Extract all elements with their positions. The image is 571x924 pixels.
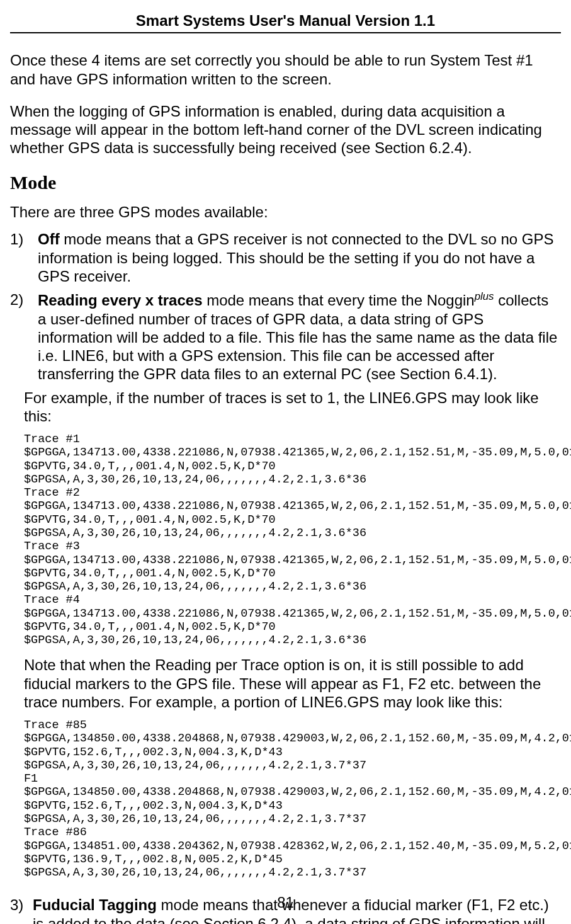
list-number: 2) bbox=[10, 290, 38, 383]
list-bold-term: Reading every x traces bbox=[38, 292, 202, 309]
list-bold-term: Off bbox=[38, 231, 60, 248]
paragraph: Once these 4 items are set correctly you… bbox=[10, 51, 561, 88]
list-body: Off mode means that a GPS receiver is no… bbox=[38, 230, 561, 285]
list-text: mode means that a GPS receiver is not co… bbox=[38, 231, 554, 285]
list-body: Reading every x traces mode means that e… bbox=[38, 290, 561, 383]
list-text: mode means that every time the Noggin bbox=[202, 292, 474, 309]
paragraph: Note that when the Reading per Trace opt… bbox=[24, 656, 561, 711]
paragraph: For example, if the number of traces is … bbox=[24, 389, 561, 426]
paragraph: When the logging of GPS information is e… bbox=[10, 102, 561, 157]
paragraph: There are three GPS modes available: bbox=[10, 203, 561, 221]
code-block: Trace #1 $GPGGA,134713.00,4338.221086,N,… bbox=[24, 433, 561, 647]
page-header: Smart Systems User's Manual Version 1.1 bbox=[10, 11, 561, 30]
superscript: plus bbox=[475, 290, 494, 302]
page-number: 81 bbox=[0, 893, 571, 911]
list-item-1: 1) Off mode means that a GPS receiver is… bbox=[10, 230, 561, 285]
section-heading: Mode bbox=[10, 171, 561, 195]
list-item-2: 2) Reading every x traces mode means tha… bbox=[10, 290, 561, 383]
header-rule bbox=[10, 32, 561, 33]
list-number: 1) bbox=[10, 230, 38, 285]
code-block: Trace #85 $GPGGA,134850.00,4338.204868,N… bbox=[24, 719, 561, 879]
